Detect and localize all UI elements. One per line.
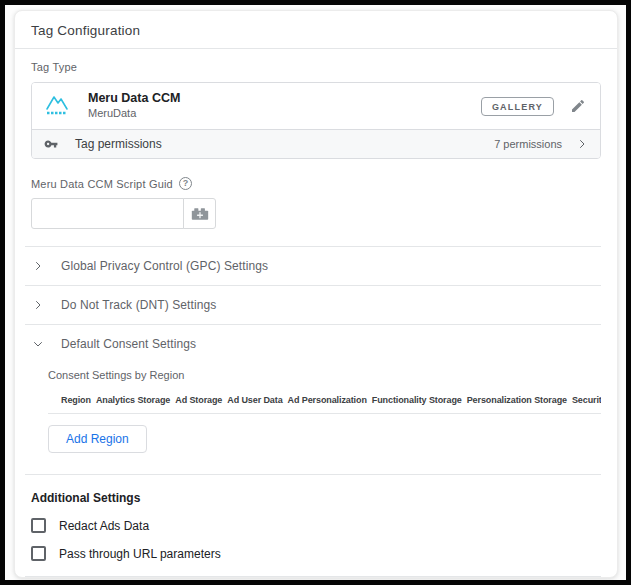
tag-type-label: Tag Type [31, 61, 601, 73]
section-dnt-settings[interactable]: Do Not Track (DNT) Settings [31, 286, 601, 324]
permissions-count: 7 permissions [494, 138, 562, 150]
tag-permissions-label: Tag permissions [75, 137, 162, 151]
tag-name: Meru Data CCM [88, 91, 180, 107]
consent-column-header: Ad Personalization [288, 395, 367, 405]
consent-column-header: Analytics Storage [96, 395, 170, 405]
script-guid-label: Meru Data CCM Script Guid [31, 178, 173, 190]
gallery-badge: GALLERY [481, 97, 554, 116]
section-gpc-settings[interactable]: Global Privacy Control (GPC) Settings [31, 247, 601, 285]
pencil-icon [570, 98, 586, 114]
pass-through-url-parameters-option[interactable]: Pass through URL parameters [31, 546, 601, 561]
script-guid-input[interactable] [31, 198, 184, 229]
tag-type-identity: Meru Data CCM MeruData [88, 91, 180, 120]
tag-permissions-row[interactable]: Tag permissions 7 permissions [32, 129, 600, 158]
checkbox-label: Redact Ads Data [59, 519, 149, 533]
additional-settings-title: Additional Settings [31, 491, 601, 505]
help-icon[interactable]: ? [179, 177, 192, 190]
section-label: Do Not Track (DNT) Settings [61, 298, 216, 312]
section-override-settings[interactable]: Override Settings (Advanced) [31, 577, 601, 578]
chevron-down-icon [31, 338, 45, 350]
redact-ads-data-option[interactable]: Redact Ads Data [31, 518, 601, 533]
consent-column-header: Functionality Storage [372, 395, 462, 405]
screenshot-frame: Tag Configuration Tag Type Meru Data CCM… [0, 0, 631, 585]
section-label: Global Privacy Control (GPC) Settings [61, 259, 268, 273]
consent-column-header: Security Storage [572, 395, 601, 405]
consent-settings-region-panel: Consent Settings by Region RegionAnalyti… [31, 363, 601, 474]
meru-data-logo-icon [44, 93, 74, 119]
consent-caption: Consent Settings by Region [48, 369, 601, 381]
tag-vendor: MeruData [88, 107, 180, 121]
tag-type-row[interactable]: Meru Data CCM MeruData GALLERY [32, 83, 600, 129]
edit-tag-type-button[interactable] [568, 96, 588, 116]
consent-column-header: Ad Storage [175, 395, 222, 405]
consent-column-header: Ad User Data [227, 395, 282, 405]
variable-brick-icon [191, 207, 209, 221]
page-title: Tag Configuration [15, 11, 617, 49]
add-region-button[interactable]: Add Region [48, 425, 147, 453]
insert-variable-button[interactable] [183, 198, 216, 229]
section-default-consent-settings[interactable]: Default Consent Settings [31, 325, 601, 363]
pass-through-url-parameters-checkbox[interactable] [31, 546, 46, 561]
tag-configuration-panel: Tag Configuration Tag Type Meru Data CCM… [14, 10, 618, 578]
consent-table-header-row: RegionAnalytics StorageAd StorageAd User… [48, 395, 601, 405]
section-label: Default Consent Settings [61, 337, 196, 351]
checkbox-label: Pass through URL parameters [59, 547, 221, 561]
chevron-right-icon [576, 138, 588, 150]
key-icon [44, 137, 58, 151]
consent-column-header: Personalization Storage [467, 395, 567, 405]
tag-type-card: Meru Data CCM MeruData GALLERY [31, 82, 601, 159]
consent-column-header: Region [61, 395, 91, 405]
consent-table-divider [48, 413, 601, 414]
chevron-right-icon [31, 299, 45, 311]
chevron-right-icon [31, 260, 45, 272]
redact-ads-data-checkbox[interactable] [31, 518, 46, 533]
